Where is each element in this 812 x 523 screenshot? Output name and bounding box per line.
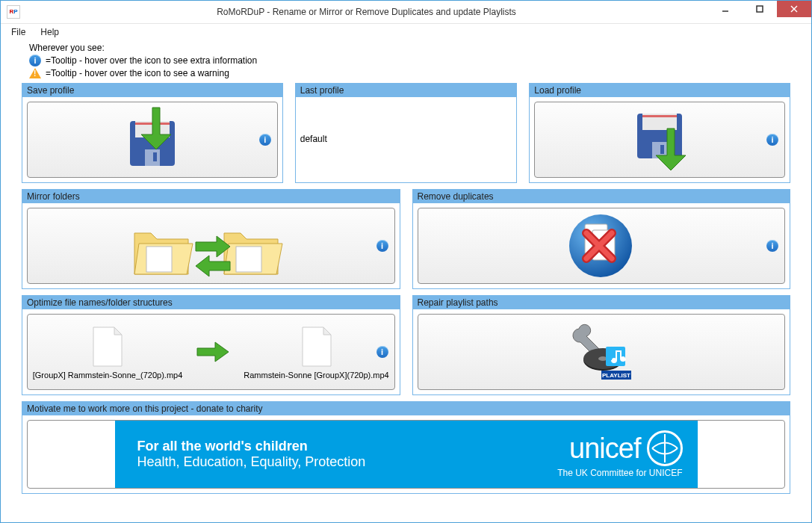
panel-last-profile: Last profile default: [295, 83, 518, 183]
file-after-label: Rammstein-Sonne [GroupX](720p).mp4: [244, 371, 388, 380]
content-area: Wherever you see: i =Tooltip - hover ove…: [1, 41, 811, 522]
minimize-button[interactable]: [708, 1, 743, 17]
maximize-icon: [756, 5, 763, 13]
panel-body-repair: PLAYLIST: [413, 314, 790, 390]
menu-file[interactable]: File: [5, 25, 31, 39]
menu-help[interactable]: Help: [34, 25, 65, 39]
arrow-right-icon: [194, 341, 232, 363]
minimize-icon: [722, 5, 729, 13]
info-icon: i: [376, 346, 388, 358]
unicef-subtitle: The UK Committee for UNICEF: [557, 468, 682, 478]
panel-header-donate: Motivate me to work more on this project…: [22, 402, 790, 415]
panel-save-profile: Save profile i: [22, 83, 283, 183]
maximize-button[interactable]: [743, 1, 777, 17]
window-title: RoMoRDuP - Rename or Mirror or Remove Du…: [25, 7, 708, 17]
info-icon: i: [29, 55, 41, 66]
panel-header-mirror: Mirror folders: [22, 190, 400, 203]
panel-body-mirror: i: [22, 208, 400, 284]
unicef-line1: For all the world's children: [137, 439, 366, 454]
panel-header-repair: Repair playlist paths: [413, 296, 790, 309]
panel-header-remdup: Remove duplicates: [413, 190, 790, 203]
svg-rect-7: [145, 149, 160, 166]
load-profile-button[interactable]: i: [534, 102, 785, 178]
playlist-badge-text: PLAYLIST: [602, 372, 630, 379]
donate-button[interactable]: For all the world's children Health, Edu…: [27, 420, 785, 489]
intro-warn-line: =Tooltip - hover over the icon to see a …: [29, 68, 790, 78]
title-bar: RP RoMoRDuP - Rename or Mirror or Remove…: [1, 1, 811, 24]
panel-body-donate: For all the world's children Health, Edu…: [22, 420, 790, 489]
unicef-logo: unicef: [569, 430, 682, 466]
svg-rect-15: [236, 247, 261, 272]
floppy-save-icon: [119, 106, 186, 173]
panel-header-last: Last profile: [296, 84, 517, 97]
svg-rect-14: [146, 247, 172, 272]
row-profiles: Save profile i: [22, 83, 790, 183]
save-profile-button[interactable]: i: [27, 102, 278, 178]
optimize-button[interactable]: [GroupX] Rammstein-Sonne_(720p).mp4: [27, 314, 395, 390]
app-icon-letter-p: P: [13, 9, 17, 15]
unicef-line2: Health, Education, Equality, Protection: [137, 454, 366, 470]
window-buttons: [708, 1, 811, 17]
svg-rect-11: [642, 115, 677, 117]
info-icon: i: [376, 240, 388, 252]
close-icon: [790, 5, 798, 13]
svg-rect-1: [757, 6, 763, 12]
menu-bar: File Help: [1, 24, 811, 41]
unicef-banner: For all the world's children Health, Edu…: [115, 421, 698, 488]
svg-rect-8: [153, 152, 157, 161]
info-icon: i: [259, 134, 271, 146]
close-button[interactable]: [777, 1, 811, 17]
file-after-icon: [298, 324, 335, 369]
panel-optimize: Optimize file names/folder structures [G…: [22, 295, 400, 395]
panel-header-load: Load profile: [530, 84, 790, 97]
file-before-label: [GroupX] Rammstein-Sonne_(720p).mp4: [33, 371, 183, 380]
svg-point-23: [612, 358, 616, 362]
intro-info-line: i =Tooltip - hover over the icon to see …: [29, 55, 790, 66]
panel-body-remdup: i: [413, 208, 790, 284]
info-icon: i: [766, 240, 778, 252]
repair-playlist-icon: PLAYLIST: [565, 317, 636, 388]
app-icon: RP: [7, 5, 20, 19]
panel-header-optimize: Optimize file names/folder structures: [22, 296, 400, 309]
mirror-folders-icon: [121, 211, 300, 282]
panel-mirror-folders: Mirror folders: [22, 189, 400, 289]
intro-label: Wherever you see:: [29, 43, 790, 53]
row-mirror-dup: Mirror folders: [22, 189, 790, 289]
panel-donate: Motivate me to work more on this project…: [22, 401, 790, 494]
panel-repair-playlist: Repair playlist paths: [412, 295, 791, 395]
info-icon: i: [766, 134, 778, 146]
panel-body-save: i: [22, 102, 282, 178]
panel-body-load: i: [530, 102, 790, 178]
panel-load-profile: Load profile i: [529, 83, 790, 183]
remove-duplicates-icon: [565, 211, 636, 282]
svg-point-24: [621, 356, 625, 361]
panel-header-save: Save profile: [22, 84, 282, 97]
panels-container: Save profile i: [22, 83, 790, 494]
panel-remove-duplicates: Remove duplicates i: [412, 189, 791, 289]
intro-info-text: =Tooltip - hover over the icon to see ex…: [46, 55, 257, 66]
repair-playlist-button[interactable]: PLAYLIST: [418, 314, 786, 390]
unicef-brand: unicef The UK Comm: [557, 430, 682, 478]
unicef-globe-icon: [647, 430, 683, 466]
warning-icon: [29, 68, 41, 78]
floppy-load-icon: [626, 106, 693, 173]
unicef-wordmark: unicef: [569, 433, 640, 465]
panel-body-last: default: [296, 97, 517, 181]
intro-warn-text: =Tooltip - hover over the icon to see a …: [46, 68, 229, 78]
row-optimize-repair: Optimize file names/folder structures [G…: [22, 295, 790, 395]
remove-duplicates-button[interactable]: i: [418, 208, 786, 284]
svg-rect-13: [660, 145, 664, 154]
application-window: RP RoMoRDuP - Rename or Mirror or Remove…: [0, 0, 812, 523]
panel-body-optimize: [GroupX] Rammstein-Sonne_(720p).mp4: [22, 314, 400, 390]
unicef-text: For all the world's children Health, Edu…: [137, 439, 366, 470]
mirror-folders-button[interactable]: i: [27, 208, 395, 284]
last-profile-value: default: [300, 134, 327, 144]
file-before-icon: [89, 324, 126, 369]
